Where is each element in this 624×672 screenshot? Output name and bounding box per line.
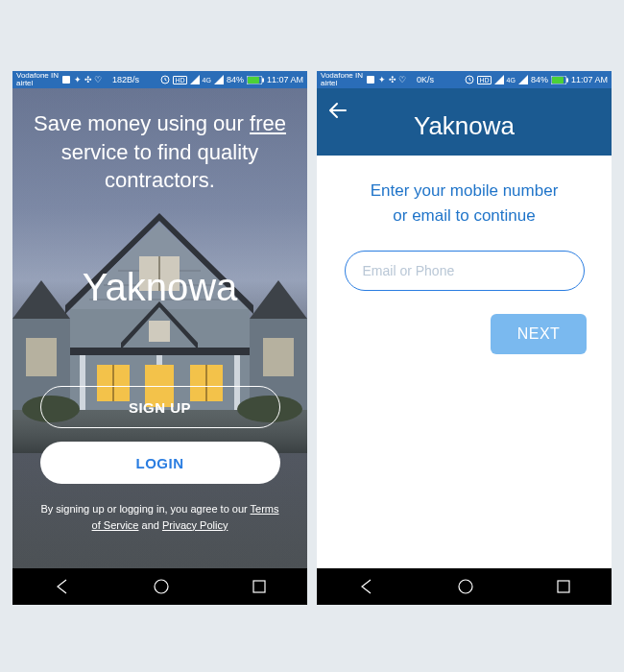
nav-back-icon[interactable]	[358, 578, 375, 595]
svg-rect-40	[552, 77, 564, 84]
phone-right-enter: Vodafone IN airtel ✦ ✣ ♡ 0K/s HD 4G 84% …	[317, 71, 612, 605]
status-bar: Vodafone IN airtel ✦ ✣ ♡ 0K/s HD 4G 84% …	[317, 71, 612, 88]
svg-rect-32	[263, 338, 294, 376]
svg-rect-43	[558, 581, 569, 592]
carrier-label: Vodafone IN airtel	[321, 72, 363, 87]
clock: 11:07 AM	[267, 75, 303, 84]
svg-rect-3	[248, 77, 259, 84]
nav-recent-icon[interactable]	[252, 579, 267, 594]
legal-text: By signing up or logging in, you agree t…	[12, 501, 307, 533]
next-button[interactable]: NEXT	[491, 314, 587, 354]
enter-contact-body: Enter your mobile number or email to con…	[317, 156, 612, 568]
sim-icon	[61, 75, 71, 84]
nav-recent-icon[interactable]	[556, 579, 571, 594]
android-nav-bar	[12, 568, 307, 605]
data-speed: 0K/s	[417, 75, 434, 84]
svg-rect-36	[253, 581, 265, 592]
data-speed: 182B/s	[112, 75, 139, 84]
login-button[interactable]: LOGIN	[40, 442, 280, 484]
status-bar: Vodafone IN airtel ✦ ✣ ♡ 182B/s HD 4G 84…	[12, 71, 307, 88]
back-arrow-icon[interactable]	[326, 98, 351, 123]
nav-home-icon[interactable]	[153, 578, 170, 595]
nav-back-icon[interactable]	[54, 578, 71, 595]
alarm-icon	[160, 75, 170, 84]
android-nav-bar	[317, 568, 612, 605]
battery-icon	[551, 76, 568, 84]
signal-icon-2	[214, 75, 224, 84]
welcome-screen: Save money using our free service to fin…	[12, 88, 307, 568]
privacy-link[interactable]: Privacy Policy	[162, 519, 228, 531]
carrier-label: Vodafone IN airtel	[16, 72, 59, 87]
signal-icon	[190, 75, 200, 84]
svg-rect-37	[367, 76, 374, 84]
signal-icon-2	[518, 75, 528, 84]
svg-marker-17	[126, 311, 193, 348]
prompt-text: Enter your mobile number or email to con…	[371, 179, 559, 228]
svg-point-42	[459, 580, 472, 593]
battery-percent: 84%	[531, 75, 548, 84]
email-phone-input[interactable]	[345, 251, 585, 291]
svg-rect-31	[26, 338, 57, 376]
svg-rect-30	[149, 321, 170, 342]
svg-point-35	[155, 580, 168, 593]
svg-marker-10	[250, 280, 307, 319]
svg-rect-41	[566, 78, 568, 82]
signup-button[interactable]: SIGN UP	[40, 386, 280, 428]
battery-icon	[247, 76, 264, 84]
app-header: Yaknowa	[317, 88, 612, 156]
svg-rect-0	[62, 76, 70, 84]
clock: 11:07 AM	[571, 75, 608, 84]
brand-title: Yaknowa	[83, 266, 238, 309]
headline: Save money using our free service to fin…	[12, 109, 307, 195]
nav-home-icon[interactable]	[457, 578, 474, 595]
svg-marker-9	[12, 280, 70, 319]
svg-rect-4	[262, 78, 264, 82]
svg-rect-19	[70, 348, 250, 355]
page-title: Yaknowa	[317, 111, 612, 141]
phone-left-welcome: Vodafone IN airtel ✦ ✣ ♡ 182B/s HD 4G 84…	[12, 71, 307, 605]
alarm-icon	[465, 75, 474, 84]
sim-icon	[366, 75, 375, 84]
signal-icon	[494, 75, 504, 84]
battery-percent: 84%	[227, 75, 244, 84]
